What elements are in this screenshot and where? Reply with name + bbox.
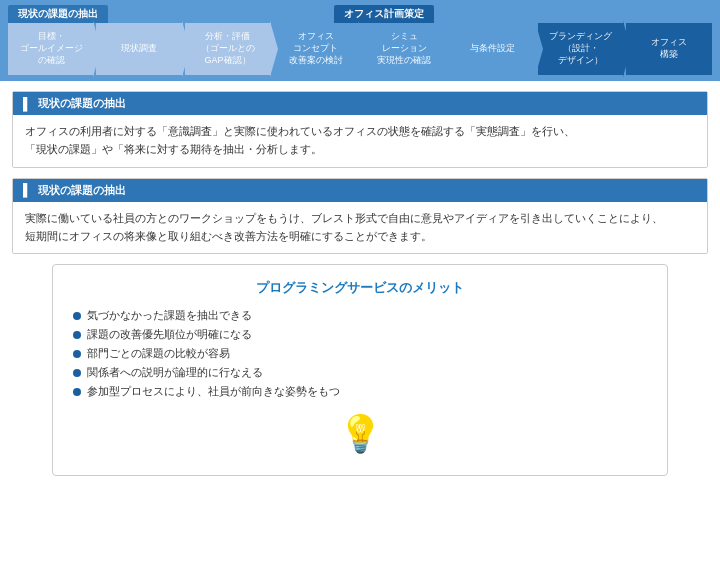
- merit-list-item: 部門ごとの課題の比較が容易: [73, 347, 647, 361]
- merit-dot-icon: [73, 388, 81, 396]
- merit-list-item: 関係者への説明が論理的に行なえる: [73, 366, 647, 380]
- merit-dot-icon: [73, 312, 81, 320]
- section-2-body: 実際に働いている社員の方とのワークショップをもうけ、ブレスト形式で自由に意見やア…: [13, 202, 707, 254]
- process-steps-row: 目標・ ゴールイメージ の確認現状調査分析・評価 （ゴールとの GAP確認）オフ…: [0, 23, 720, 81]
- merit-list-item: 参加型プロセスにより、社員が前向きな姿勢をもつ: [73, 385, 647, 399]
- section-1: 現状の課題の抽出オフィスの利用者に対する「意識調査」と実際に使われているオフィス…: [12, 91, 708, 168]
- process-banner: 現状の課題の抽出 オフィス計画策定 目標・ ゴールイメージ の確認現状調査分析・…: [0, 0, 720, 81]
- merit-item-text: 部門ごとの課題の比較が容易: [87, 347, 230, 361]
- merit-item-text: 課題の改善優先順位が明確になる: [87, 328, 252, 342]
- merit-item-text: 参加型プロセスにより、社員が前向きな姿勢をもつ: [87, 385, 340, 399]
- merit-item-text: 関係者への説明が論理的に行なえる: [87, 366, 263, 380]
- merit-box: プログラミングサービスのメリット 気づかなかった課題を抽出できる課題の改善優先順…: [52, 264, 668, 476]
- merit-dot-icon: [73, 331, 81, 339]
- step-branding: ブランディング （設計・ デザイン）: [538, 23, 624, 75]
- section-2-header: 現状の課題の抽出: [13, 179, 707, 202]
- merit-title: プログラミングサービスのメリット: [73, 279, 647, 297]
- merit-dot-icon: [73, 350, 81, 358]
- step-sim: シミュ レーション 実現性の確認: [361, 23, 447, 75]
- merit-list-item: 気づかなかった課題を抽出できる: [73, 309, 647, 323]
- step-build: オフィス 構築: [626, 23, 712, 75]
- content-area: 現状の課題の抽出オフィスの利用者に対する「意識調査」と実際に使われているオフィス…: [0, 81, 720, 492]
- step-survey: 現状調査: [96, 23, 182, 75]
- step-conditions: 与条件設定: [449, 23, 535, 75]
- step-goal: 目標・ ゴールイメージ の確認: [8, 23, 94, 75]
- step-concept: オフィス コンセプト 改善案の検討: [273, 23, 359, 75]
- merit-list-item: 課題の改善優先順位が明確になる: [73, 328, 647, 342]
- section-2: 現状の課題の抽出実際に働いている社員の方とのワークショップをもうけ、ブレスト形式…: [12, 178, 708, 255]
- merit-list: 気づかなかった課題を抽出できる課題の改善優先順位が明確になる部門ごとの課題の比較…: [73, 309, 647, 399]
- section-1-header: 現状の課題の抽出: [13, 92, 707, 115]
- phase-labels-row: 現状の課題の抽出 オフィス計画策定: [0, 2, 720, 23]
- phase-label-planning: オフィス計画策定: [334, 5, 434, 23]
- merit-item-text: 気づかなかった課題を抽出できる: [87, 309, 252, 323]
- step-analysis: 分析・評価 （ゴールとの GAP確認）: [185, 23, 271, 75]
- merit-dot-icon: [73, 369, 81, 377]
- section-1-body: オフィスの利用者に対する「意識調査」と実際に使われているオフィスの状態を確認する…: [13, 115, 707, 167]
- bulb-icon: 💡: [73, 413, 647, 455]
